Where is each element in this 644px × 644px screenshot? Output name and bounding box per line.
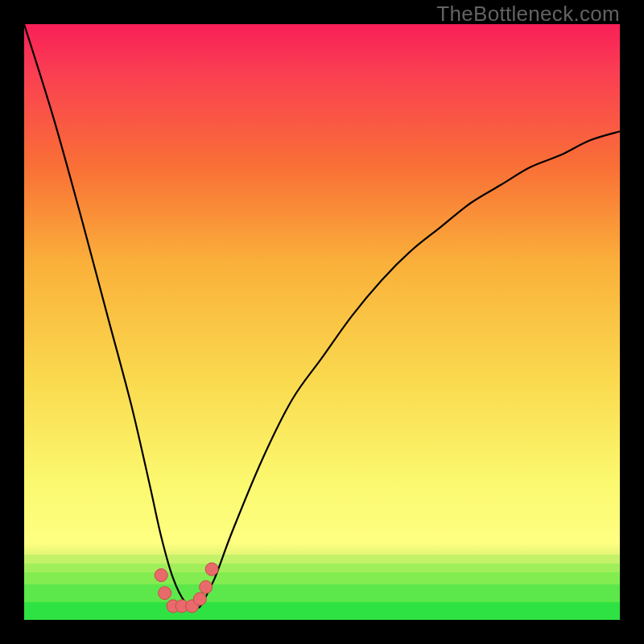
watermark-label: TheBottleneck.com: [436, 2, 620, 27]
curve-markers: [155, 563, 218, 613]
curve-marker: [205, 563, 218, 576]
chart-container: TheBottleneck.com: [0, 0, 644, 644]
curve-marker: [155, 569, 167, 582]
bottleneck-curve: [24, 24, 620, 608]
curve-svg: [24, 24, 620, 620]
curve-marker: [200, 580, 213, 593]
curve-marker: [159, 587, 171, 600]
plot-area: [24, 24, 620, 620]
curve-marker: [193, 592, 206, 605]
